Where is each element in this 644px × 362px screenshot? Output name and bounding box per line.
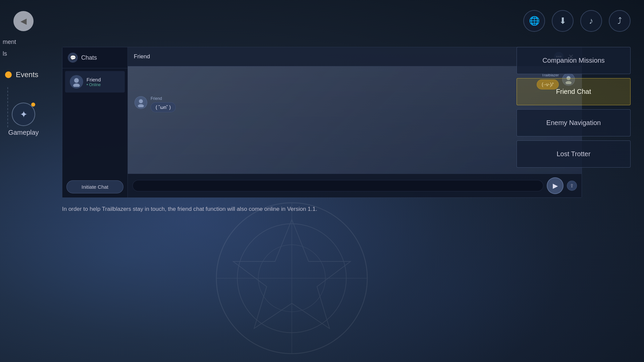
chat-list-header: 💬 Chats	[62, 47, 127, 68]
globe-button[interactable]: 🌐	[523, 10, 545, 32]
svg-point-11	[138, 104, 144, 107]
gameplay-label: Gameplay	[8, 129, 39, 136]
share-button[interactable]: ⤴	[609, 10, 631, 32]
description-text: In order to help Trailblazers stay in to…	[62, 204, 337, 214]
chat-input-area: ▶ ⇪	[128, 174, 582, 197]
gameplay-icon: ✦	[12, 103, 35, 126]
sidebar-events: Events	[0, 67, 44, 82]
event-dot	[5, 71, 12, 78]
friend-bubble: ( ˘ωn˘ )	[151, 102, 176, 112]
svg-point-6	[74, 78, 79, 83]
back-button[interactable]: ◀	[13, 11, 34, 31]
main-content: 💬 Chats Friend • Online Initiate Chat	[62, 47, 582, 342]
friend-message-avatar	[135, 96, 147, 109]
play-button[interactable]: ▶	[547, 177, 564, 194]
chat-input-field[interactable]	[132, 180, 543, 191]
initiate-chat-button[interactable]: Initiate Chat	[66, 180, 123, 193]
chat-icon: 💬	[68, 53, 78, 63]
friend-status: • Online	[87, 82, 101, 87]
friend-name: Friend	[87, 77, 101, 82]
message-row-trailblazer: Trailblazer (·-ν-)/'	[135, 73, 575, 89]
sidebar-gameplay[interactable]: ✦ Gameplay	[0, 103, 44, 136]
companion-missions-button[interactable]: Companion Missions	[517, 47, 631, 74]
chat-list-panel: 💬 Chats Friend • Online Initiate Chat	[62, 47, 128, 197]
top-icon-group: 🌐 ⬇ ♪ ⤴	[523, 10, 631, 32]
chat-list-title: Chats	[81, 54, 97, 61]
chat-view-title: Friend	[134, 53, 150, 60]
music-button[interactable]: ♪	[580, 10, 602, 32]
message-row-friend: Friend ( ˘ωn˘ )	[135, 96, 575, 112]
friend-avatar	[70, 75, 83, 88]
partial-label-1: ment	[0, 39, 16, 46]
download-button[interactable]: ⬇	[552, 10, 574, 32]
chat-view-header: Friend ••• ✕	[128, 47, 582, 66]
gameplay-dot	[31, 103, 35, 107]
top-navigation: ◀ 🌐 ⬇ ♪ ⤴	[0, 10, 644, 32]
friend-list-item[interactable]: Friend • Online	[65, 71, 125, 93]
lost-trotter-button[interactable]: Lost Trotter	[517, 140, 631, 168]
chat-list-bottom: Initiate Chat	[62, 176, 127, 197]
chat-view-panel: Friend ••• ✕	[128, 47, 582, 197]
friend-sender-label: Friend	[151, 96, 176, 101]
enemy-navigation-button[interactable]: Enemy Navigation	[517, 109, 631, 136]
svg-point-10	[139, 99, 143, 103]
send-icon-button[interactable]: ⇪	[567, 181, 577, 191]
chat-messages-area: Trailblazer (·-ν-)/' Friend ( ˘ωn˘ )	[128, 66, 582, 174]
friend-chat-button[interactable]: Friend Chat	[517, 78, 631, 105]
left-sidebar: Events ✦ Gameplay	[0, 67, 44, 136]
right-sidebar: Companion Missions Friend Chat Enemy Nav…	[517, 47, 631, 168]
partial-label-2: ls	[0, 50, 7, 57]
friend-message-content: Friend ( ˘ωn˘ )	[151, 96, 176, 112]
chat-panel: 💬 Chats Friend • Online Initiate Chat	[62, 47, 582, 198]
svg-point-7	[73, 83, 80, 87]
events-label: Events	[16, 70, 38, 79]
friend-info: Friend • Online	[87, 77, 101, 87]
